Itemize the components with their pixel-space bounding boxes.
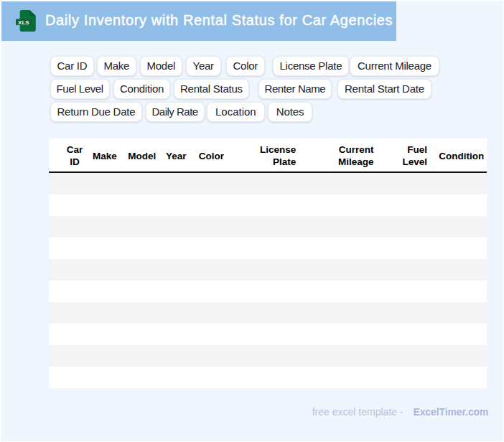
svg-text:XLS: XLS [18, 19, 29, 26]
